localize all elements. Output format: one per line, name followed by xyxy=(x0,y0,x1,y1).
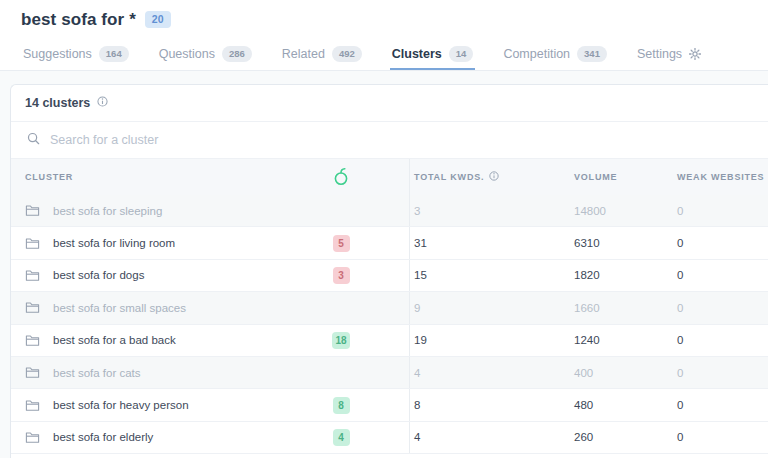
folder-icon[interactable] xyxy=(25,399,40,412)
cluster-row[interactable]: best sofa for small spaces 9 1660 0 xyxy=(11,292,768,324)
folder-icon[interactable] xyxy=(25,431,40,444)
content-area: 14 clusters Cluster xyxy=(0,71,768,458)
weak-websites-value: 0 xyxy=(673,205,768,217)
tab-settings[interactable]: Settings xyxy=(635,40,703,70)
column-header-weak-websites[interactable]: Weak websites xyxy=(673,172,768,182)
total-kwds-value: 4 xyxy=(410,367,570,379)
volume-value: 14800 xyxy=(570,205,673,217)
clusters-count-row: 14 clusters xyxy=(11,85,768,122)
cluster-score-badge: 5 xyxy=(333,235,350,252)
column-header-total-kwds[interactable]: Total kwds. xyxy=(410,171,570,183)
cluster-score-badge: 18 xyxy=(332,332,349,349)
total-kwds-value: 8 xyxy=(410,399,570,411)
weak-websites-value: 0 xyxy=(673,334,768,346)
weak-websites-value: 0 xyxy=(673,367,768,379)
cluster-row[interactable]: best sofa for heavy person 8 8 480 0 xyxy=(11,389,768,421)
cluster-score-badge: 4 xyxy=(333,429,350,446)
info-icon[interactable] xyxy=(97,96,108,110)
volume-value: 260 xyxy=(570,431,673,443)
page-header: best sofa for * 20 xyxy=(0,0,768,40)
tab-clusters[interactable]: Clusters 14 xyxy=(390,40,476,70)
cluster-row[interactable]: best sofa for cats 4 400 0 xyxy=(11,357,768,389)
column-header-apple[interactable] xyxy=(313,167,369,188)
search-icon xyxy=(27,131,40,149)
info-icon[interactable] xyxy=(489,171,499,183)
cluster-row[interactable]: best sofa for a bad back 18 19 1240 0 xyxy=(11,325,768,357)
tab-clusters-count: 14 xyxy=(449,46,474,62)
folder-icon[interactable] xyxy=(25,301,40,314)
cluster-name: best sofa for small spaces xyxy=(53,302,186,314)
weak-websites-value: 0 xyxy=(673,302,768,314)
tab-questions-count: 286 xyxy=(222,46,252,62)
total-kwds-value: 19 xyxy=(410,334,570,346)
cluster-name: best sofa for cats xyxy=(53,367,141,379)
tab-competition-count: 341 xyxy=(577,46,607,62)
tab-bar: Suggestions 164 Questions 286 Related 49… xyxy=(0,40,768,71)
tab-related[interactable]: Related 492 xyxy=(280,40,364,70)
folder-icon[interactable] xyxy=(25,237,40,250)
weak-websites-value: 0 xyxy=(673,399,768,411)
keyword-count-badge: 20 xyxy=(145,11,171,28)
folder-icon[interactable] xyxy=(25,334,40,347)
volume-value: 6310 xyxy=(570,237,673,249)
weak-websites-value: 0 xyxy=(673,431,768,443)
clusters-panel: 14 clusters Cluster xyxy=(10,84,768,458)
table-header: Cluster Total kwds. xyxy=(11,159,768,195)
cluster-score-badge: 8 xyxy=(333,397,350,414)
tab-related-count: 492 xyxy=(332,46,362,62)
weak-websites-value: 0 xyxy=(673,269,768,281)
total-kwds-value: 9 xyxy=(410,302,570,314)
cluster-name: best sofa for dogs xyxy=(53,269,144,281)
folder-icon[interactable] xyxy=(25,204,40,217)
volume-value: 1660 xyxy=(570,302,673,314)
volume-value: 1820 xyxy=(570,269,673,281)
clusters-count-label: 14 clusters xyxy=(25,96,90,110)
cluster-row[interactable]: best sofa for elderly 4 4 260 0 xyxy=(11,422,768,454)
total-kwds-value: 3 xyxy=(410,205,570,217)
cluster-name: best sofa for heavy person xyxy=(53,399,189,411)
tab-competition[interactable]: Competition 341 xyxy=(501,40,609,70)
cluster-name: best sofa for living room xyxy=(53,237,175,249)
cluster-search-input[interactable] xyxy=(50,133,768,147)
gear-icon xyxy=(689,48,701,60)
folder-icon[interactable] xyxy=(25,366,40,379)
volume-value: 480 xyxy=(570,399,673,411)
cluster-row[interactable]: best sofa for sleeping 3 14800 0 xyxy=(11,195,768,227)
cluster-name: best sofa for a bad back xyxy=(53,334,176,346)
cluster-name: best sofa for sleeping xyxy=(53,205,162,217)
total-kwds-value: 31 xyxy=(410,237,570,249)
tab-suggestions[interactable]: Suggestions 164 xyxy=(21,40,131,70)
column-header-cluster[interactable]: Cluster xyxy=(25,172,73,182)
cluster-score-badge: 3 xyxy=(333,267,350,284)
volume-value: 1240 xyxy=(570,334,673,346)
cluster-row[interactable]: best sofa for living room 5 31 6310 0 xyxy=(11,227,768,259)
column-header-volume[interactable]: Volume xyxy=(570,172,673,182)
total-kwds-value: 15 xyxy=(410,269,570,281)
cluster-name: best sofa for elderly xyxy=(53,431,153,443)
cluster-row[interactable]: best sofa for dogs 3 15 1820 0 xyxy=(11,260,768,292)
tab-questions[interactable]: Questions 286 xyxy=(157,40,254,70)
weak-websites-value: 0 xyxy=(673,237,768,249)
page-title: best sofa for * xyxy=(21,10,136,30)
total-kwds-value: 4 xyxy=(410,431,570,443)
cluster-search-row xyxy=(11,122,768,159)
volume-value: 400 xyxy=(570,367,673,379)
folder-icon[interactable] xyxy=(25,269,40,282)
apple-icon xyxy=(333,167,349,188)
tab-suggestions-count: 164 xyxy=(99,46,129,62)
cluster-table-body: best sofa for sleeping 3 14800 0 xyxy=(11,195,768,454)
